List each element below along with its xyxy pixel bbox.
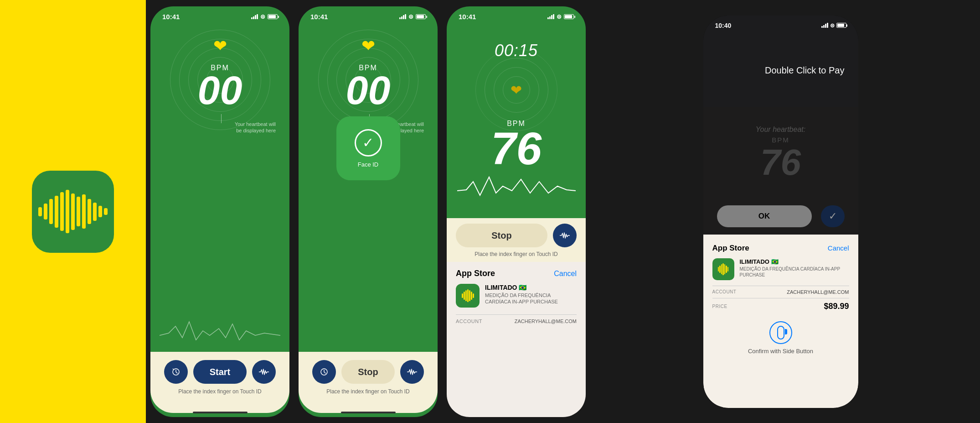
history-button-2[interactable] xyxy=(164,360,188,384)
waveform-button-4[interactable] xyxy=(553,224,577,247)
price-value-5: $89.99 xyxy=(824,302,849,311)
history-button-3[interactable] xyxy=(312,360,336,384)
store-cancel-5[interactable]: Cancel xyxy=(828,244,849,252)
waveform-button-2[interactable] xyxy=(252,360,276,384)
time-2: 10:41 xyxy=(162,13,180,21)
panel-face-id-screen: 10:41 ⊜ xyxy=(294,0,442,423)
store-app-sub-4: MEDIÇÃO DA FREQUÊNCIA CARDÍACA IN-APP PU… xyxy=(485,292,577,305)
status-bar-5-dark: 10:40 ⊜ xyxy=(703,16,858,29)
confirm-section-5: Confirm with Side Button xyxy=(712,321,849,355)
face-id-overlay: ✓ Face ID xyxy=(336,116,400,180)
store-app-sub-5: MEDIÇÃO DA FREQUÊNCIA CARDÍACA IN-APP PU… xyxy=(740,266,849,278)
phone-screen-4: 10:41 ⊜ 00:15 xyxy=(447,6,586,417)
side-button-icon xyxy=(769,321,792,344)
bottom-controls-2: Start Place the index finger on Touch ID xyxy=(150,352,289,413)
bpm-dark-section: Your heartbeat: BPM 76 xyxy=(703,107,858,198)
store-header-5: App Store Cancel xyxy=(712,244,849,253)
wifi-icon-2: ⊜ xyxy=(260,13,265,20)
stop-button-4[interactable]: Stop xyxy=(456,224,547,247)
control-buttons-2: Start xyxy=(164,360,276,384)
ok-row: OK ✓ xyxy=(703,198,858,235)
panel-app-icon xyxy=(0,0,146,423)
status-icons-4: ⊜ xyxy=(547,13,574,20)
bottom-controls-3: Stop Place the index finger on Touch ID xyxy=(299,352,438,413)
time-3: 10:41 xyxy=(310,13,328,21)
status-icons-2: ⊜ xyxy=(251,13,278,20)
store-app-info-4: ILIMITADO 🇧🇷 MEDIÇÃO DA FREQUÊNCIA CARDÍ… xyxy=(485,284,577,305)
face-id-check-icon: ✓ xyxy=(355,129,382,157)
confirm-label-5: Confirm with Side Button xyxy=(748,348,813,355)
account-value-5: ZACHERYHALL@ME.COM xyxy=(787,289,849,295)
heartbeat-dark-label: Your heartbeat: xyxy=(756,125,805,134)
bar xyxy=(60,192,64,231)
app-store-sheet-5: App Store Cancel ILIMITADO � xyxy=(703,235,858,408)
panel-start-screen: 10:41 ⊜ xyxy=(146,0,294,423)
bar xyxy=(38,207,42,216)
store-app-info-5: ILIMITADO 🇧🇷 MEDIÇÃO DA FREQUÊNCIA CARDÍ… xyxy=(740,258,849,278)
heart-icon-3: ❤ xyxy=(361,37,375,56)
touch-instruction-4: Place the index finger on Touch ID xyxy=(475,251,558,257)
bpm-value-3: 00 xyxy=(346,72,391,108)
start-button[interactable]: Start xyxy=(193,360,247,384)
battery-icon-2 xyxy=(268,14,278,19)
account-label-4: ACCOUNT xyxy=(456,319,482,324)
account-row-4: ACCOUNT ZACHERYHALL@ME.COM xyxy=(456,314,577,328)
home-indicator-2 xyxy=(193,412,248,413)
store-cancel-4[interactable]: Cancel xyxy=(554,270,577,278)
touch-instruction-2: Place the index finger on Touch ID xyxy=(178,388,262,395)
home-indicator-3 xyxy=(341,412,396,413)
app-icon-bars xyxy=(38,189,108,235)
store-title-5: App Store xyxy=(712,244,749,253)
account-row-5: ACCOUNT ZACHERYHALL@ME.COM xyxy=(712,286,849,298)
store-app-name-5: ILIMITADO 🇧🇷 xyxy=(740,258,849,265)
battery-icon-4 xyxy=(564,14,574,19)
control-buttons-3: Stop xyxy=(312,360,424,384)
bar xyxy=(104,208,108,215)
bpm-dark-value: 76 xyxy=(760,146,801,179)
bar xyxy=(71,193,75,230)
app-icon xyxy=(32,171,114,253)
bar xyxy=(77,197,80,226)
bar xyxy=(49,199,53,224)
bar xyxy=(55,196,58,228)
bar xyxy=(66,190,69,233)
face-id-text: Face ID xyxy=(358,161,379,168)
status-bar-2: 10:41 ⊜ xyxy=(150,6,289,21)
stop-button-3[interactable]: Stop xyxy=(341,360,395,384)
bar xyxy=(82,194,86,229)
heart-icon-2: ❤ xyxy=(213,37,227,56)
store-header-4: App Store Cancel xyxy=(456,269,577,278)
status-icons-3: ⊜ xyxy=(399,13,426,20)
phone-screen-2: 10:41 ⊜ xyxy=(150,6,289,417)
store-app-icon-4 xyxy=(456,284,480,308)
phone-screen-3: 10:41 ⊜ xyxy=(299,6,438,417)
pay-checkmark-button[interactable]: ✓ xyxy=(821,205,845,227)
control-buttons-4: Stop xyxy=(456,224,577,247)
touch-instruction-3: Place the index finger on Touch ID xyxy=(326,388,410,395)
dark-phone: 10:40 ⊜ Double Click to Pay xyxy=(703,16,858,408)
store-item-4: ILIMITADO 🇧🇷 MEDIÇÃO DA FREQUÊNCIA CARDÍ… xyxy=(456,284,577,308)
heartbeat-note-2: Your heartbeat will be displayed here xyxy=(230,121,276,134)
price-row-5: PRICE $89.99 xyxy=(712,298,849,314)
store-item-5: ILIMITADO 🇧🇷 MEDIÇÃO DA FREQUÊNCIA CARDÍ… xyxy=(712,258,849,280)
screen-content-2: ❤ BPM 00 Your heartbeat will be displaye… xyxy=(150,21,289,413)
wifi-icon-3: ⊜ xyxy=(408,13,413,20)
time-4: 10:41 xyxy=(459,13,476,21)
price-label-5: PRICE xyxy=(712,304,727,309)
ok-button[interactable]: OK xyxy=(717,205,812,227)
bar xyxy=(93,203,97,221)
account-value-4: ZACHERYHALL@ME.COM xyxy=(515,319,577,324)
panel-bpm-screen: 10:41 ⊜ 00:15 xyxy=(442,0,590,423)
app-store-sheet-4: App Store Cancel ILIMITADO � xyxy=(447,262,586,417)
battery-icon-3 xyxy=(416,14,426,19)
time-5: 10:40 xyxy=(715,22,732,29)
store-title-4: App Store xyxy=(456,269,495,278)
waveform-button-3[interactable] xyxy=(400,360,424,384)
screen-content-3: ❤ BPM 00 Your heartbeat will be displaye… xyxy=(299,21,438,413)
bpm-value-4: 76 xyxy=(491,128,542,169)
double-click-text: Double Click to Pay xyxy=(765,64,845,77)
bar xyxy=(44,204,47,219)
screen-top-green: 10:41 ⊜ 00:15 xyxy=(447,6,586,262)
store-app-icon-5 xyxy=(712,258,734,280)
double-click-section: Double Click to Pay xyxy=(703,16,858,107)
